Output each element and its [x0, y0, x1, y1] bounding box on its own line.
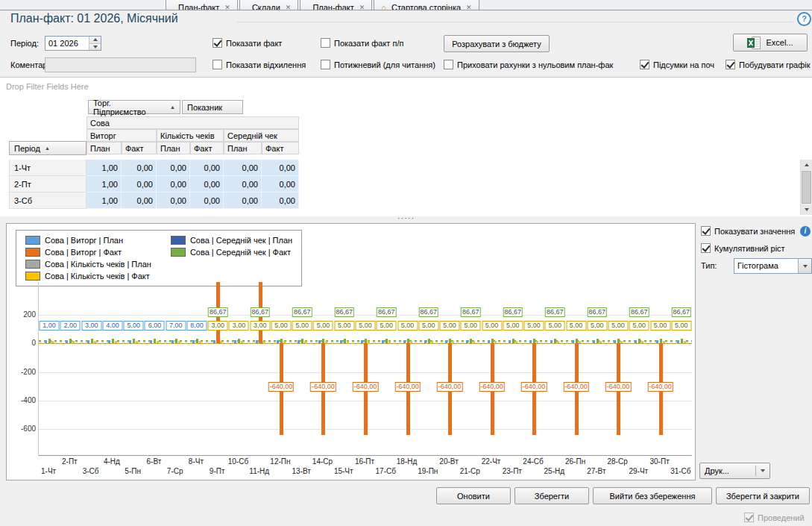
totals-begin-checkbox[interactable]: Підсумки на поч — [640, 60, 714, 69]
cell-avgcheck-fact[interactable]: 0,00 — [262, 176, 299, 192]
table-row[interactable]: 3-Сб 1,00 0,00 0,00 0,00 0,00 0,00 — [9, 192, 299, 209]
cell-checks-plan[interactable]: 0,00 — [157, 160, 190, 176]
drop-filter-area[interactable]: Drop Filter Fields Here — [6, 82, 89, 91]
tick-revenue-plan — [340, 340, 342, 343]
refresh-button[interactable]: Оновити — [436, 487, 511, 504]
cell-checks-fact[interactable]: 0,00 — [190, 192, 224, 209]
cell-revenue-fact[interactable]: 0,00 — [122, 160, 157, 176]
value-label-checks-fact: 5,00 — [524, 321, 544, 331]
tab[interactable]: ⌂ Стартова сторінка ✕ — [374, 0, 479, 10]
calc-budget-button[interactable]: Розрахувати з бюджету — [444, 35, 550, 52]
cell-revenue-plan[interactable]: 1,00 — [86, 160, 122, 176]
weekly-checkbox[interactable]: Потижневий (для читання) — [321, 60, 435, 69]
help-icon[interactable]: ? — [797, 12, 811, 26]
value-label-avgcheck-fact: 86,67 — [419, 307, 439, 317]
vertical-scrollbar[interactable] — [800, 160, 812, 215]
save-and-close-button[interactable]: Зберегти й закрити — [716, 487, 810, 504]
cell-revenue-fact[interactable]: 0,00 — [122, 176, 157, 192]
sub-header-fact[interactable]: Факт — [122, 142, 157, 154]
x-axis-label: 22-Чт — [482, 457, 501, 466]
show-fact-checkbox[interactable]: Показати факт — [213, 38, 282, 48]
tab[interactable]: Склади ✕ — [239, 0, 299, 10]
measure-header-checks[interactable]: Кількість чеків — [157, 129, 224, 142]
value-label-checks-fact: 5,00 — [608, 321, 629, 331]
scroll-up-icon[interactable] — [801, 160, 812, 170]
dropdown-arrow-icon[interactable] — [798, 259, 811, 273]
spinner-down-icon[interactable] — [89, 43, 101, 51]
x-axis-label: 17-Сб — [376, 467, 396, 475]
spinner-up-icon[interactable] — [89, 37, 101, 43]
tick-avgcheck — [91, 339, 93, 343]
cell-revenue-plan[interactable]: 1,00 — [86, 176, 122, 192]
show-deviation-checkbox[interactable]: Показати відхилення — [213, 60, 306, 69]
table-row[interactable]: 2-Пт 1,00 0,00 0,00 0,00 0,00 0,00 — [9, 176, 299, 192]
legend-label: Сова | Кількість чеків | План — [45, 260, 151, 269]
field-torg-pidpryiemstvo[interactable]: Торг. Підприємство ▲ — [88, 100, 180, 114]
hide-zero-checkbox[interactable]: Приховати рахунки з нульовим план-фак — [444, 60, 613, 69]
scroll-thumb[interactable] — [802, 171, 811, 204]
cell-checks-fact[interactable]: 0,00 — [190, 160, 224, 176]
cell-revenue-plan[interactable]: 1,00 — [86, 192, 122, 209]
table-row[interactable]: 1-Чт 1,00 0,00 0,00 0,00 0,00 0,00 — [9, 160, 299, 176]
save-button[interactable]: Зберегти — [514, 487, 589, 504]
value-label-checks-fact: 5,00 — [650, 321, 670, 331]
row-header[interactable]: 2-Пт — [9, 176, 86, 192]
value-label-revenue-fact: -640,00 — [563, 382, 589, 392]
legend-label: Сова | Середній чек | Факт — [190, 248, 291, 257]
value-label-checks-fact: 5,00 — [629, 321, 649, 331]
legend-label: Сова | Кількість чеків | Факт — [45, 272, 150, 281]
splitter-handle[interactable]: ····· — [0, 216, 812, 223]
scroll-down-icon[interactable] — [801, 204, 812, 215]
tick-revenue-plan — [445, 340, 447, 343]
sub-header-plan[interactable]: План — [86, 142, 122, 154]
checkbox-box — [213, 60, 222, 69]
sub-header-fact[interactable]: Факт — [190, 142, 224, 154]
show-fact-pp-checkbox[interactable]: Показати факт п/п — [321, 38, 403, 48]
info-icon[interactable]: i — [800, 226, 811, 237]
cell-avgcheck-plan[interactable]: 0,00 — [224, 176, 262, 192]
exit-without-saving-button[interactable]: Вийти без збереження — [593, 487, 712, 504]
button-label: Друк... — [705, 466, 729, 475]
button-label: Excel... — [766, 38, 793, 47]
x-axis-label: 14-Ср — [312, 457, 333, 466]
field-pokaznyk[interactable]: Показник — [182, 100, 243, 114]
cell-revenue-fact[interactable]: 0,00 — [122, 192, 157, 209]
sub-header-plan[interactable]: План — [224, 142, 262, 154]
field-period[interactable]: Період ▲ — [9, 141, 86, 155]
cell-checks-plan[interactable]: 0,00 — [157, 176, 190, 192]
period-value[interactable]: 01 2026 — [45, 37, 89, 50]
build-chart-checkbox[interactable]: Побудувати графік — [726, 60, 811, 69]
x-axis-label: 7-Ср — [167, 467, 183, 475]
tab-bar: План-факт ✕ Склади ✕ План-факт ✕ ⌂ Старт… — [0, 0, 812, 10]
row-header[interactable]: 3-Сб — [9, 192, 86, 209]
cell-avgcheck-plan[interactable]: 0,00 — [224, 192, 262, 209]
y-axis-label: 200 — [23, 310, 36, 319]
print-button[interactable]: Друк... — [699, 463, 770, 479]
cell-checks-plan[interactable]: 0,00 — [157, 192, 190, 209]
cell-avgcheck-fact[interactable]: 0,00 — [262, 160, 299, 176]
cell-checks-fact[interactable]: 0,00 — [190, 176, 224, 192]
cell-avgcheck-fact[interactable]: 0,00 — [262, 192, 299, 209]
cell-avgcheck-plan[interactable]: 0,00 — [224, 160, 262, 176]
tick-checks — [262, 341, 265, 343]
show-values-checkbox[interactable]: Показувати значення — [701, 226, 795, 236]
tab[interactable]: План-факт ✕ — [166, 0, 238, 10]
value-label-avgcheck-fact: 86,67 — [250, 307, 270, 317]
pivot-rows: 1-Чт 1,00 0,00 0,00 0,00 0,00 0,00 2-Пт … — [9, 160, 299, 209]
tick-revenue-plan — [45, 340, 47, 343]
sub-header-plan[interactable]: План — [157, 142, 190, 154]
chart-type-select[interactable]: Гістограма — [734, 258, 812, 274]
period-input[interactable]: 01 2026 — [45, 36, 101, 51]
tab[interactable]: План-факт ✕ — [300, 0, 372, 10]
measure-header-revenue[interactable]: Виторг — [86, 129, 157, 142]
cumulative-checkbox[interactable]: Кумулятивний ріст — [701, 243, 785, 253]
tick-revenue-plan — [488, 340, 490, 343]
excel-button[interactable]: Excel... — [733, 34, 808, 51]
tick-avgcheck — [175, 339, 177, 343]
measure-header-avgcheck[interactable]: Середній чек — [224, 129, 299, 142]
legend-item: Сова | Середній чек | Факт — [171, 246, 292, 258]
dropdown-arrow-icon[interactable] — [761, 469, 765, 472]
row-header[interactable]: 1-Чт — [9, 160, 86, 176]
sub-header-fact[interactable]: Факт — [262, 142, 299, 154]
group-header-sova[interactable]: Сова — [86, 116, 299, 129]
